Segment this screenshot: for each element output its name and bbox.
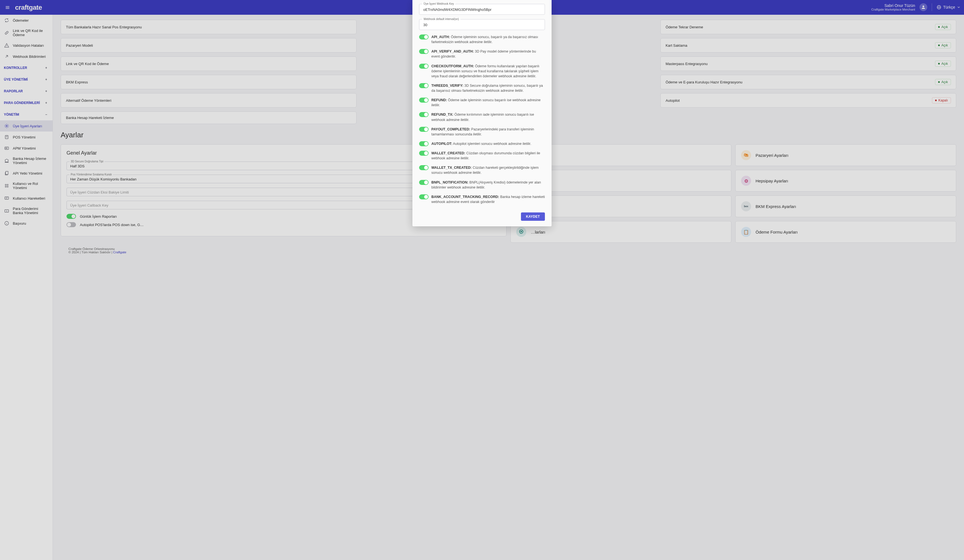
webhook-toggle-row: REFUND: Ödeme iade işleminin sonucu başa… [419, 97, 545, 108]
webhook-toggle-row: WALLET_CREATED: Cüzdan oluşması durumund… [419, 151, 545, 161]
webhook-description: API_VERIFY_AND_AUTH: 3D Pay model ödeme … [432, 49, 545, 59]
webhook-toggle-row: WALLET_TX_CREATED: Cüzdan hareketi gerçe… [419, 165, 545, 175]
webhook-toggle[interactable] [419, 34, 428, 39]
webhook-description: REFUND_TX: Ödeme kırılımının iade işlemi… [432, 112, 545, 122]
save-button[interactable]: KAYDET [521, 213, 545, 221]
webhook-description: AUTOPILOT: Autopilot işlemleri sonucu we… [432, 141, 545, 146]
webhook-toggle[interactable] [419, 112, 428, 117]
modal-field-value: oETrxNA0mdW4XDMG3DFlNWtrqjho5Bpr [423, 8, 541, 12]
webhook-toggle-row: AUTOPILOT: Autopilot işlemleri sonucu we… [419, 141, 545, 146]
webhook-description: BANK_ACCOUNT_TRACKING_RECORD: Banka hesa… [432, 194, 545, 205]
webhook-toggle-row: PAYOUT_COMPLETED: Pazaryerlerindeki para… [419, 127, 545, 137]
modal-field-value: 30 [423, 23, 541, 27]
webhook-description: API_AUTH: Ödeme işleminin sonucu, başarı… [432, 34, 545, 44]
webhook-toggle[interactable] [419, 97, 428, 102]
webhook-description: CHECKOUTFORM_AUTH: Ödeme formu kullanıla… [432, 64, 545, 79]
webhook-toggle[interactable] [419, 194, 428, 200]
modal-backdrop[interactable]: Üye İşyeri Webhook KeyoETrxNA0mdW4XDMG3D… [0, 0, 964, 560]
webhook-toggle[interactable] [419, 151, 428, 156]
webhook-toggle[interactable] [419, 64, 428, 69]
webhook-description: REFUND: Ödeme iade işleminin sonucu başa… [432, 97, 545, 108]
webhook-toggle[interactable] [419, 165, 428, 170]
webhook-description: WALLET_TX_CREATED: Cüzdan hareketi gerçe… [432, 165, 545, 175]
webhook-description: BNPL_NOTIFICATION: BNPL(Alışveriş Kredis… [432, 180, 545, 190]
webhook-toggle-row: API_AUTH: Ödeme işleminin sonucu, başarı… [419, 34, 545, 44]
webhook-toggle-row: API_VERIFY_AND_AUTH: 3D Pay model ödeme … [419, 49, 545, 59]
webhook-toggle[interactable] [419, 141, 428, 146]
webhook-settings-modal: Üye İşyeri Webhook KeyoETrxNA0mdW4XDMG3D… [412, 0, 552, 226]
webhook-toggle-row: REFUND_TX: Ödeme kırılımının iade işlemi… [419, 112, 545, 122]
modal-input-field[interactable]: Webhook default interval(sn)30 [419, 19, 545, 30]
webhook-toggle-row: BANK_ACCOUNT_TRACKING_RECORD: Banka hesa… [419, 194, 545, 205]
webhook-description: PAYOUT_COMPLETED: Pazaryerlerindeki para… [432, 127, 545, 137]
webhook-toggle[interactable] [419, 180, 428, 185]
modal-input-field[interactable]: Üye İşyeri Webhook KeyoETrxNA0mdW4XDMG3D… [419, 4, 545, 15]
webhook-toggle-row: CHECKOUTFORM_AUTH: Ödeme formu kullanıla… [419, 64, 545, 79]
modal-field-label: Üye İşyeri Webhook Key [422, 2, 455, 5]
webhook-toggle-row: THREEDS_VERIFY: 3D Secure doğrulama işle… [419, 83, 545, 93]
webhook-toggle[interactable] [419, 127, 428, 132]
webhook-toggle-row: BNPL_NOTIFICATION: BNPL(Alışveriş Kredis… [419, 180, 545, 190]
webhook-toggle[interactable] [419, 83, 428, 88]
webhook-toggle[interactable] [419, 49, 428, 54]
modal-field-label: Webhook default interval(sn) [422, 18, 460, 21]
webhook-description: THREEDS_VERIFY: 3D Secure doğrulama işle… [432, 83, 545, 93]
webhook-description: WALLET_CREATED: Cüzdan oluşması durumund… [432, 151, 545, 161]
